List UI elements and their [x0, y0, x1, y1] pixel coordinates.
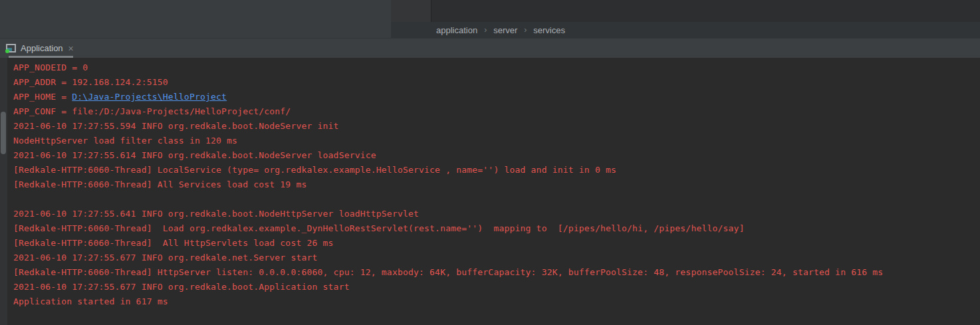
log-text: APP_HOME = [13, 92, 72, 102]
log-text: [Redkale-HTTP:6060-Thread] Load org.redk… [13, 223, 745, 233]
console-log-line: Application started in 617 ms [13, 294, 980, 309]
console-log-line: [Redkale-HTTP:6060-Thread] All Services … [13, 177, 980, 192]
log-text: 2021-06-10 17:27:55.641 INFO org.redkale… [13, 209, 419, 219]
file-link[interactable]: D:\Java-Projects\HelloProject [72, 92, 227, 102]
scrollbar-thumb[interactable] [1, 112, 6, 154]
console-log-line: [Redkale-HTTP:6060-Thread] Load org.redk… [13, 221, 980, 236]
console-gutter [0, 58, 7, 325]
tab-application[interactable]: Application × [3, 39, 76, 58]
breadcrumb-item-services[interactable]: services [533, 25, 565, 35]
log-text: APP_CONF = file:/D:/Java-Projects/HelloP… [13, 106, 291, 116]
breadcrumb-item-application[interactable]: application [436, 25, 477, 35]
log-text: [Redkale-HTTP:6060-Thread] LocalService … [13, 165, 616, 175]
console-log-line: [Redkale-HTTP:6060-Thread] All HttpServl… [13, 236, 980, 251]
log-text: 2021-06-10 17:27:55.614 INFO org.redkale… [13, 150, 376, 160]
console-log-line: 2021-06-10 17:27:55.594 INFO org.redkale… [13, 119, 980, 134]
console-log-line [13, 192, 980, 207]
breadcrumb-item-server[interactable]: server [493, 25, 517, 35]
log-text: [Redkale-HTTP:6060-Thread] All HttpServl… [13, 238, 334, 248]
console-log-line: [Redkale-HTTP:6060-Thread] LocalService … [13, 163, 980, 177]
left-editor-panel [0, 0, 391, 38]
run-console-icon [5, 43, 17, 53]
log-text: APP_ADDR = 192.168.124.2:5150 [13, 77, 168, 87]
breadcrumb-separator-icon: › [484, 25, 487, 35]
log-text: 2021-06-10 17:27:55.677 INFO org.redkale… [13, 282, 350, 292]
log-text: APP_NODEID = 0 [13, 62, 88, 72]
console-log-line: 2021-06-10 17:27:55.614 INFO org.redkale… [13, 148, 980, 163]
running-indicator-dot [5, 49, 9, 53]
console-log-line: 2021-06-10 17:27:55.677 INFO org.redkale… [13, 251, 980, 265]
log-text: [Redkale-HTTP:6060-Thread] HttpServer li… [13, 267, 883, 277]
console-log-line: NodeHttpServer load filter class in 120 … [13, 134, 980, 148]
editor-top-panel-right [431, 0, 980, 22]
console-log-line: APP_CONF = file:/D:/Java-Projects/HelloP… [13, 104, 980, 119]
editor-top-panel [391, 0, 431, 22]
console-log-line: 2021-06-10 17:27:55.641 INFO org.redkale… [13, 207, 980, 221]
ide-window: application›server›services Application … [0, 0, 980, 325]
log-text: 2021-06-10 17:27:55.594 INFO org.redkale… [13, 121, 339, 131]
console-log-line: APP_NODEID = 0 [13, 60, 980, 75]
breadcrumb: application›server›services [391, 22, 980, 38]
console-log-line: [Redkale-HTTP:6060-Thread] HttpServer li… [13, 265, 980, 280]
run-toolwindow-tabbar: Application × [0, 38, 980, 58]
breadcrumb-separator-icon: › [524, 25, 527, 35]
log-text: NodeHttpServer load filter class in 120 … [13, 136, 237, 146]
console-log-line: APP_HOME = D:\Java-Projects\HelloProject [13, 90, 980, 104]
log-text: Application started in 617 ms [13, 296, 168, 306]
tab-label: Application [21, 43, 63, 53]
close-icon[interactable]: × [68, 44, 74, 53]
console-log[interactable]: APP_NODEID = 0APP_ADDR = 192.168.124.2:5… [0, 58, 980, 325]
console-log-line: 2021-06-10 17:27:55.677 INFO org.redkale… [13, 280, 980, 294]
console-log-line: APP_ADDR = 192.168.124.2:5150 [13, 75, 980, 90]
log-text: [Redkale-HTTP:6060-Thread] All Services … [13, 179, 306, 189]
log-text: 2021-06-10 17:27:55.677 INFO org.redkale… [13, 253, 318, 263]
